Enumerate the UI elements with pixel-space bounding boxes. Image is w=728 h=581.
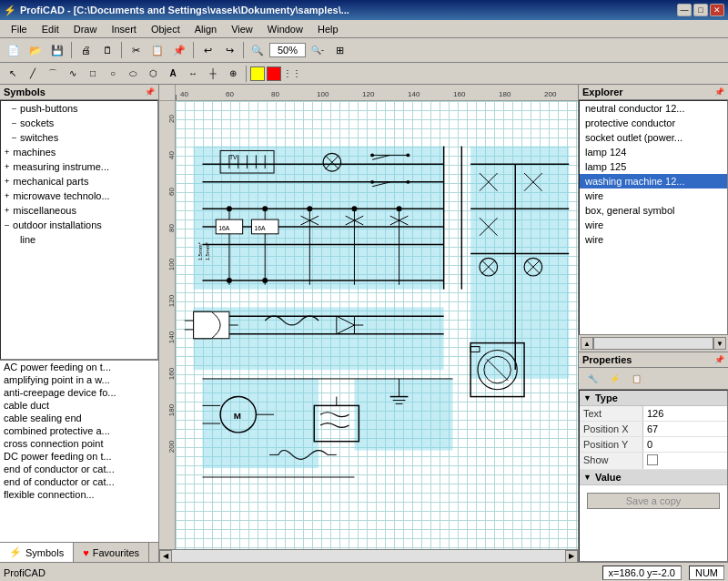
explorer-item-lamp125[interactable]: lamp 125 [580, 159, 727, 174]
desc-item-cable-sealing[interactable]: cable sealing end [0, 412, 158, 424]
scroll-track-h[interactable] [172, 550, 565, 562]
desc-item-dc-power[interactable]: DC power feeding on t... [0, 450, 158, 463]
prop-value-posx[interactable]: 67 [643, 422, 727, 436]
explorer-item-wire3[interactable]: wire [580, 232, 727, 247]
tree-item-line[interactable]: line [1, 232, 157, 247]
tree-item-miscellaneous[interactable]: + miscellaneous [1, 203, 157, 218]
menu-align[interactable]: Align [187, 22, 224, 36]
zoom-in-button[interactable]: 🔍 [248, 40, 268, 60]
explorer-scroll-down[interactable]: ▼ [713, 337, 726, 350]
paste-button[interactable]: 📌 [169, 40, 189, 60]
menu-edit[interactable]: Edit [35, 22, 66, 36]
window-controls[interactable]: — □ ✕ [677, 4, 724, 16]
desc-item-end-conductor-1[interactable]: end of conductor or cat... [0, 463, 158, 475]
tree-item-mechanical[interactable]: + mechanical parts [1, 174, 157, 189]
open-button[interactable]: 📂 [25, 40, 46, 60]
color-fill[interactable] [250, 66, 265, 81]
menu-view[interactable]: View [224, 22, 260, 36]
tree-item-switches[interactable]: – switches [1, 130, 157, 145]
save-button[interactable]: 💾 [47, 40, 67, 60]
desc-item-cross-connection[interactable]: cross connection point [0, 437, 158, 450]
menu-object[interactable]: Object [144, 22, 187, 36]
symbol-tree[interactable]: – push-buttons – sockets – switches + ma… [0, 100, 158, 360]
save-copy-button[interactable]: Save a copy [587, 493, 720, 509]
properties-toolbar[interactable]: 🔧 ⚡ 📋 [579, 368, 728, 390]
explorer-scroll-up[interactable]: ▲ [581, 337, 593, 350]
tree-item-machines[interactable]: + machines [1, 145, 157, 159]
explorer-item-wire1[interactable]: wire [580, 189, 727, 203]
circle-tool[interactable]: ○ [104, 65, 122, 83]
scroll-right-button[interactable]: ▶ [565, 550, 578, 563]
polygon-tool[interactable]: ⬡ [144, 65, 162, 83]
explorer-item-protective[interactable]: protective conductor [580, 116, 727, 130]
explorer-scroll-track[interactable] [593, 337, 713, 350]
color-stroke[interactable] [267, 66, 281, 81]
prop-btn-3[interactable]: 📋 [626, 369, 646, 389]
explorer-item-wire2[interactable]: wire [580, 218, 727, 232]
explorer-item-lamp124[interactable]: lamp 124 [580, 145, 727, 159]
zoom-fit-button[interactable]: ⊞ [329, 40, 349, 60]
properties-pin-icon[interactable]: 📌 [714, 355, 724, 364]
print-button[interactable]: 🖨 [76, 40, 96, 60]
wire-tool[interactable]: ┼ [204, 65, 222, 83]
rect-tool[interactable]: □ [84, 65, 102, 83]
explorer-pin-icon[interactable]: 📌 [714, 87, 724, 97]
explorer-item-socket[interactable]: socket outlet (power... [580, 130, 727, 145]
panel-tabs[interactable]: ⚡ Symbols ♥ Favourites [0, 542, 158, 562]
snap-button[interactable]: ⋮⋮ [283, 65, 301, 83]
arc-tool[interactable]: ⌒ [44, 65, 62, 83]
cut-button[interactable]: ✂ [126, 40, 146, 60]
diagram-svg[interactable]: TV [176, 101, 578, 549]
select-tool[interactable]: ↖ [4, 65, 22, 83]
tab-favourites[interactable]: ♥ Favourites [74, 543, 149, 562]
close-button[interactable]: ✕ [710, 4, 724, 16]
prop-value-show[interactable] [643, 453, 727, 469]
tree-item-outdoor[interactable]: – outdoor installations [1, 218, 157, 232]
menu-window[interactable]: Window [260, 22, 310, 36]
prop-value-posy[interactable]: 0 [643, 437, 727, 452]
zoom-level[interactable]: 50% [269, 43, 306, 57]
new-button[interactable]: 📄 [4, 40, 24, 60]
desc-item-cable-duct[interactable]: cable duct [0, 399, 158, 412]
undo-button[interactable]: ↩ [197, 40, 217, 60]
explorer-item-washing[interactable]: washing machine 12... [580, 174, 727, 189]
text-tool[interactable]: A [164, 65, 182, 83]
panel-pin-icon[interactable]: 📌 [145, 87, 155, 97]
horizontal-scrollbar[interactable]: ◀ ▶ [159, 549, 578, 562]
menu-insert[interactable]: Insert [104, 22, 144, 36]
more-tool[interactable]: ⊕ [224, 65, 242, 83]
desc-item-flexible[interactable]: flexible connection... [0, 488, 158, 501]
menu-draw[interactable]: Draw [66, 22, 105, 36]
desc-item-combined[interactable]: combined protective a... [0, 424, 158, 437]
explorer-item-neutral[interactable]: neutral conductor 12... [580, 101, 727, 116]
prop-btn-1[interactable]: 🔧 [582, 369, 602, 389]
copy-button[interactable]: 📋 [147, 40, 167, 60]
desc-item-ac-power[interactable]: AC power feeding on t... [0, 361, 158, 373]
minimize-button[interactable]: — [677, 4, 692, 16]
tree-item-measuring[interactable]: + measuring instrume... [1, 159, 157, 174]
tab-symbols[interactable]: ⚡ Symbols [0, 543, 74, 562]
menu-help[interactable]: Help [310, 22, 346, 36]
explorer-list[interactable]: neutral conductor 12... protective condu… [579, 100, 728, 335]
menu-file[interactable]: File [4, 22, 35, 36]
line-tool[interactable]: ╱ [24, 65, 42, 83]
canvas-body[interactable]: 20 40 60 80 100 120 140 160 180 200 [159, 101, 578, 549]
ellipse-tool[interactable]: ⬭ [124, 65, 142, 83]
prop-btn-2[interactable]: ⚡ [604, 369, 624, 389]
desc-item-amplifying[interactable]: amplifying point in a w... [0, 373, 158, 386]
maximize-button[interactable]: □ [693, 4, 708, 16]
redo-button[interactable]: ↪ [219, 40, 239, 60]
print-preview-button[interactable]: 🗒 [97, 40, 117, 60]
show-checkbox[interactable] [647, 454, 658, 465]
dim-tool[interactable]: ↔ [184, 65, 202, 83]
explorer-item-box[interactable]: box, general symbol [580, 203, 727, 218]
bezier-tool[interactable]: ∿ [64, 65, 82, 83]
prop-value-text[interactable]: 126 [643, 406, 727, 421]
tree-item-microwave[interactable]: + microwave technolo... [1, 189, 157, 203]
scroll-left-button[interactable]: ◀ [159, 550, 172, 563]
tree-item-sockets[interactable]: – sockets [1, 116, 157, 130]
zoom-out-button[interactable]: 🔍- [308, 40, 328, 60]
tree-item-push-buttons[interactable]: – push-buttons [1, 101, 157, 116]
desc-item-anti-creepage[interactable]: anti-creepage device fo... [0, 386, 158, 399]
canvas-viewport[interactable]: TV [176, 101, 578, 549]
